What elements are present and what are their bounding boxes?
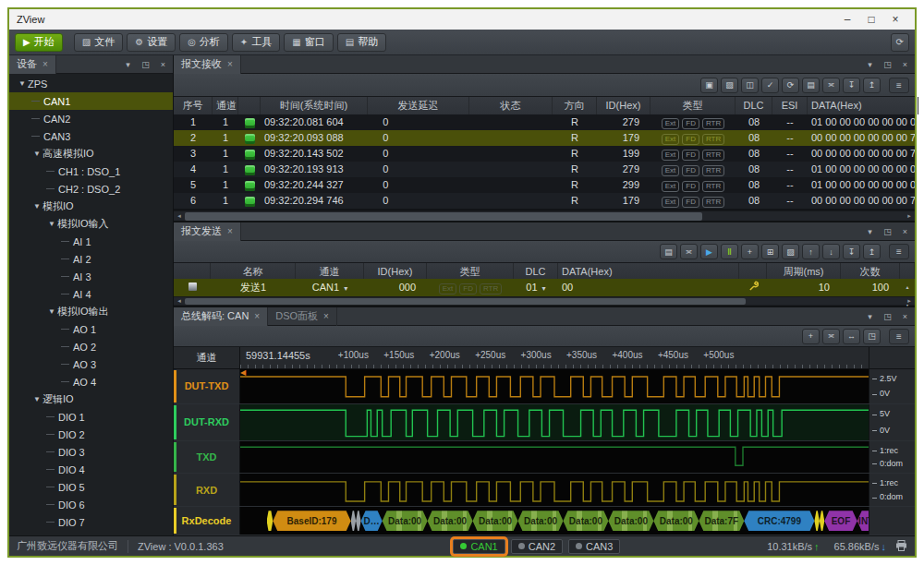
clear-button[interactable]: ▨ bbox=[721, 78, 738, 93]
decode-marker[interactable] bbox=[814, 511, 819, 531]
snapshot-button[interactable]: ◳ bbox=[863, 329, 881, 344]
column-header-2[interactable]: 通道 bbox=[213, 97, 238, 114]
decode-block[interactable]: Data:00 bbox=[608, 511, 653, 531]
panel-float-icon[interactable]: ◳ bbox=[138, 57, 153, 71]
stats-button[interactable]: ≍ bbox=[822, 78, 840, 93]
table-row[interactable]: 4109:32:20.193 913 0R279ExtFDRTR08--01 0… bbox=[174, 162, 915, 177]
sidebar-item-dio-2[interactable]: DIO 2 bbox=[9, 426, 173, 443]
decode-block[interactable]: Data:00 bbox=[383, 511, 428, 531]
decode-block[interactable]: Data:7F bbox=[699, 511, 744, 531]
decode-block[interactable]: Data:00 bbox=[653, 511, 699, 531]
wrench-icon[interactable] bbox=[739, 279, 767, 296]
tools-button[interactable]: ✦工具 bbox=[232, 33, 280, 52]
delete-button[interactable]: ▨ bbox=[782, 244, 799, 259]
sidebar-item-can2[interactable]: CAN2 bbox=[9, 110, 173, 127]
tab-close-icon[interactable]: × bbox=[227, 59, 233, 69]
sidebar-item-ao-2[interactable]: AO 2 bbox=[9, 338, 173, 355]
send-hscrollbar[interactable]: ◂ ▸ bbox=[174, 296, 915, 305]
scroll-lock-button[interactable]: ◫ bbox=[741, 78, 759, 93]
send-dlc-select[interactable]: 01▾ bbox=[514, 279, 558, 296]
column-header-10[interactable]: DLC bbox=[736, 97, 772, 114]
tab-close-icon[interactable]: × bbox=[227, 226, 233, 236]
column-header-8[interactable]: ID(Hex) bbox=[597, 97, 650, 114]
columns-button[interactable]: ≍ bbox=[680, 244, 698, 259]
column-header-12[interactable]: DATA(Hex) bbox=[808, 97, 918, 114]
save-button[interactable]: ▣ bbox=[700, 78, 718, 93]
scroll-right-icon[interactable]: ▸ bbox=[904, 297, 915, 305]
decode-block[interactable]: CRC:4799 bbox=[744, 511, 814, 531]
panel-menu-icon[interactable]: ▾ bbox=[862, 224, 878, 238]
channel-plot-dut-rxd[interactable] bbox=[240, 404, 869, 441]
table-row[interactable]: 1109:32:20.081 604 0R279ExtFDRTR08--01 0… bbox=[174, 114, 915, 130]
import-button[interactable]: ↧ bbox=[843, 244, 860, 259]
panel-menu-button[interactable]: ≡ bbox=[889, 244, 909, 259]
printer-icon[interactable] bbox=[895, 540, 907, 553]
receive-hscrollbar[interactable]: ◂ ▸ bbox=[174, 210, 915, 221]
sidebar-item-dio-7[interactable]: DIO 7 bbox=[9, 513, 173, 531]
sidebar-item-dio-3[interactable]: DIO 3 bbox=[9, 443, 173, 461]
column-header-7[interactable]: 方向 bbox=[553, 97, 597, 114]
measure-button[interactable]: ≍ bbox=[822, 329, 840, 344]
expander-icon[interactable]: ▼ bbox=[46, 307, 57, 316]
scroll-thumb[interactable] bbox=[185, 298, 746, 305]
column-header-4[interactable]: 时间(系统时间) bbox=[261, 97, 368, 114]
send-id-field[interactable]: 000 bbox=[364, 279, 427, 296]
minimize-button[interactable]: – bbox=[835, 13, 859, 26]
channel-label-txd[interactable]: TXD bbox=[174, 441, 240, 473]
sidebar-item-can1[interactable]: CAN1 bbox=[9, 92, 173, 110]
column-header-5[interactable]: 发送延迟 bbox=[368, 97, 469, 114]
panel-close-icon[interactable]: × bbox=[897, 224, 913, 238]
sidebar-item-逻辑io[interactable]: ▼逻辑IO bbox=[9, 391, 173, 408]
expander-icon[interactable]: ▼ bbox=[31, 150, 43, 158]
analyze-button[interactable]: ◎分析 bbox=[179, 33, 228, 52]
panel-menu-button[interactable]: ≡ bbox=[889, 329, 909, 344]
sidebar-item-ai-4[interactable]: AI 4 bbox=[9, 285, 173, 303]
decode-block[interactable]: BaseID:179 bbox=[273, 511, 350, 531]
send-data-field[interactable]: 00 bbox=[558, 279, 739, 296]
verify-button[interactable]: ✓ bbox=[761, 78, 779, 93]
tab-close-icon[interactable]: × bbox=[254, 311, 260, 321]
tab-close-icon[interactable]: × bbox=[43, 59, 48, 69]
channel-label-rxd[interactable]: RXD bbox=[174, 474, 240, 507]
panel-float-icon[interactable]: ◳ bbox=[880, 57, 895, 71]
window-button[interactable]: ▦窗口 bbox=[284, 33, 333, 52]
status-chip-can3[interactable]: CAN3 bbox=[568, 539, 620, 554]
sidebar-item-ch2-dso_2[interactable]: CH2 : DSO_2 bbox=[9, 180, 173, 198]
expander-icon[interactable]: ▼ bbox=[31, 202, 43, 210]
channel-label-dut-txd[interactable]: DUT-TXD bbox=[174, 369, 240, 403]
table-row[interactable]: 3109:32:20.143 502 0R199ExtFDRTR08--00 0… bbox=[174, 146, 915, 162]
sidebar-item-dio-6[interactable]: DIO 6 bbox=[9, 496, 173, 513]
send-start-button[interactable]: ▶ bbox=[700, 244, 718, 259]
trace-button[interactable]: ▤ bbox=[802, 78, 820, 93]
send-pause-button[interactable]: ‖ bbox=[721, 244, 738, 259]
sidebar-item-dio-5[interactable]: DIO 5 bbox=[9, 478, 173, 496]
decode-marker[interactable] bbox=[267, 511, 274, 531]
tab-bus-decode[interactable]: 总线解码: CAN × bbox=[174, 307, 268, 326]
decode-marker[interactable] bbox=[356, 511, 360, 531]
cursor-button[interactable]: + bbox=[802, 329, 820, 344]
status-chip-can2[interactable]: CAN2 bbox=[511, 539, 563, 554]
tab-dso-panel[interactable]: DSO面板 × bbox=[268, 307, 337, 326]
panel-menu-icon[interactable]: ▾ bbox=[862, 309, 878, 323]
tab-close-icon[interactable]: × bbox=[323, 311, 329, 321]
refresh-button[interactable]: ⟳ bbox=[782, 78, 799, 93]
sidebar-item-ch1-dso_1[interactable]: CH1 : DSO_1 bbox=[9, 162, 173, 180]
add-button[interactable]: + bbox=[741, 244, 759, 259]
scroll-thumb[interactable] bbox=[185, 212, 702, 221]
decode-block[interactable]: Data:00 bbox=[518, 511, 564, 531]
help-button[interactable]: ▤帮助 bbox=[337, 33, 386, 52]
panel-float-icon[interactable]: ◳ bbox=[880, 309, 895, 323]
scroll-left-icon[interactable]: ◂ bbox=[174, 297, 185, 305]
panel-float-icon[interactable]: ◳ bbox=[880, 224, 895, 238]
file-button[interactable]: ▨文件 bbox=[74, 33, 123, 52]
column-header-9[interactable]: 类型 bbox=[650, 97, 736, 114]
send-period[interactable]: 10 bbox=[767, 279, 841, 296]
expander-icon[interactable]: ▼ bbox=[17, 79, 28, 88]
tab-receive[interactable]: 报文接收 × bbox=[174, 55, 241, 74]
maximize-button[interactable]: □ bbox=[859, 13, 883, 26]
send-name[interactable]: 发送1 bbox=[211, 279, 296, 296]
send-count[interactable]: 100 bbox=[841, 279, 900, 296]
decode-marker[interactable] bbox=[820, 511, 824, 531]
send-row[interactable]: 发送1 CAN1▾ 000 ExtFDRTR 01▾ 00 10 100 ▴▾ bbox=[174, 279, 915, 296]
channel-label-dut-rxd[interactable]: DUT-RXD bbox=[174, 404, 240, 441]
